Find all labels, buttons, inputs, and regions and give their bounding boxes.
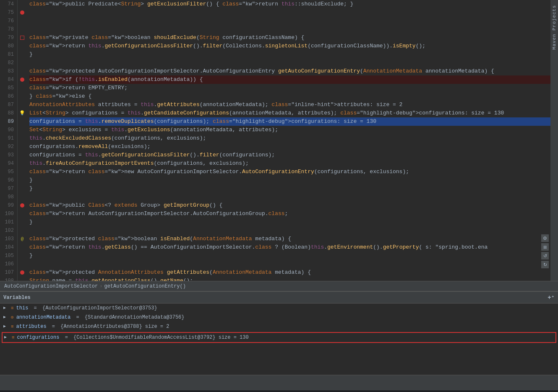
code-line[interactable]: class="kw">return EMPTY_ENTRY;	[29, 84, 558, 92]
code-line[interactable]: AnnotationAttributes attributes = this.g…	[29, 101, 558, 109]
gutter-row[interactable]	[18, 117, 27, 126]
gutter-row[interactable]	[18, 260, 27, 268]
gutter-row[interactable]	[18, 252, 27, 260]
gutter-row[interactable]	[18, 168, 27, 176]
gutter-row[interactable]	[18, 42, 27, 50]
expand-arrow[interactable]: ▶	[3, 304, 8, 313]
code-line[interactable]: }	[29, 218, 558, 226]
variable-item[interactable]: ▶ ⊙ annotationMetadata = {StandardAnnota…	[0, 313, 558, 322]
variable-item[interactable]: ▶ ≡ this = {AutoConfigurationImportSelec…	[0, 304, 558, 313]
expand-arrow[interactable]: ▶	[3, 313, 8, 322]
gutter-row[interactable]	[18, 50, 27, 59]
code-line[interactable]	[29, 260, 558, 268]
gutter-row[interactable]	[18, 92, 27, 101]
code-line[interactable]: class="kw">return this.getClass() == Aut…	[29, 243, 558, 252]
code-line[interactable]: class="kw">private class="kw">boolean sh…	[29, 34, 558, 42]
gutter-row[interactable]: @	[18, 235, 27, 243]
code-line[interactable]: class="kw">public Predicate<String> getE…	[29, 0, 558, 8]
variables-plus-icon[interactable]: +⁺	[548, 294, 555, 301]
code-line[interactable]: class="kw">protected AnnotationAttribute…	[29, 268, 558, 277]
gutter-row[interactable]	[18, 159, 27, 168]
code-line[interactable]: class="kw">return class="kw">new AutoCon…	[29, 168, 558, 176]
restore-button[interactable]: ↺	[541, 252, 549, 260]
refresh-button[interactable]: ↻	[541, 261, 549, 268]
gutter-row[interactable]	[18, 176, 27, 184]
breadcrumb-class[interactable]: AutoConfigurationImportSelector	[4, 283, 98, 289]
gutter-row[interactable]	[18, 134, 27, 143]
var-list-icon: ⊙	[11, 313, 14, 322]
maven-sidebar[interactable]: Maven Projects	[550, 0, 558, 281]
editor-container: 7475767879808182838485868788899091929394…	[0, 0, 558, 392]
gutter-row[interactable]	[18, 84, 27, 92]
code-line[interactable]: }	[29, 252, 558, 260]
gutter-row[interactable]	[18, 193, 27, 201]
breakpoint-icon[interactable]	[20, 203, 24, 208]
breakpoint-icon[interactable]	[20, 10, 24, 15]
variable-item[interactable]: ▶ ≡ attributes = {AnnotationAttributes@3…	[0, 322, 558, 331]
code-line[interactable]: class="kw">return AutoConfigurationImpor…	[29, 210, 558, 218]
breakpoint-icon[interactable]	[20, 78, 24, 82]
line-numbers-column: 7475767879808182838485868788899091929394…	[0, 0, 18, 281]
gutter-row[interactable]	[18, 126, 27, 134]
var-eq: =	[49, 322, 58, 331]
code-line[interactable]	[29, 226, 558, 235]
gutter-row[interactable]	[18, 184, 27, 193]
breadcrumb-method[interactable]: getAutoConfigurationEntry()	[104, 283, 185, 289]
gutter-row[interactable]	[18, 218, 27, 226]
code-line[interactable]	[29, 59, 558, 67]
gutter-row[interactable]	[18, 210, 27, 218]
code-line[interactable]: class="kw">if (!this.isEnabled(annotatio…	[29, 75, 558, 84]
gutter-row[interactable]	[18, 143, 27, 151]
gutter-row[interactable]	[18, 277, 27, 281]
code-line[interactable]: configurations.removeAll(exclusions);	[29, 143, 558, 151]
code-line[interactable]: class="kw">public Class<? extends Group>…	[29, 201, 558, 210]
gutter-row[interactable]	[18, 67, 27, 75]
gutter-row[interactable]	[18, 201, 27, 210]
code-line[interactable]: } class="kw">else {	[29, 92, 558, 101]
code-line[interactable]	[29, 17, 558, 25]
gutter-row[interactable]	[18, 75, 27, 84]
code-lines: class="kw">public Predicate<String> getE…	[27, 0, 558, 281]
code-line[interactable]: class="kw">protected AutoConfigurationIm…	[29, 67, 558, 75]
gutter-row[interactable]	[18, 268, 27, 277]
code-line[interactable]	[29, 8, 558, 17]
code-line[interactable]: this.checkExcludedClasses(configurations…	[29, 134, 558, 143]
code-content[interactable]: class="kw">public Predicate<String> getE…	[27, 0, 558, 281]
expand-arrow[interactable]: ▶	[3, 322, 8, 331]
code-line[interactable]: class="kw">protected class="kw">boolean …	[29, 235, 558, 243]
variables-content[interactable]: ▶ ≡ this = {AutoConfigurationImportSelec…	[0, 304, 558, 375]
expand-arrow[interactable]: ▶	[4, 333, 9, 342]
gutter-row[interactable]	[18, 17, 27, 25]
gutter-row[interactable]	[18, 226, 27, 235]
annotation-marker-icon: @	[21, 235, 24, 243]
gutter-row[interactable]	[18, 151, 27, 159]
gutter-row[interactable]	[18, 8, 27, 17]
gutter-row[interactable]	[18, 59, 27, 67]
gutter-row[interactable]	[18, 34, 27, 42]
settings-button[interactable]: ⚙	[541, 234, 549, 242]
code-line[interactable]: configurations = this.removeDuplicates(c…	[29, 117, 558, 126]
var-list-icon: ≡	[11, 322, 14, 331]
code-line[interactable]: String name = this.getAnnotationClass().…	[29, 277, 558, 281]
gutter-row[interactable]	[18, 243, 27, 252]
code-line[interactable]: List<String> configurations = this.getCa…	[29, 109, 558, 117]
code-editor[interactable]: 7475767879808182838485868788899091929394…	[0, 0, 558, 281]
code-line[interactable]: }	[29, 184, 558, 193]
gutter-row[interactable]: 💡	[18, 109, 27, 117]
code-line[interactable]: Set<String> exclusions = this.getExclusi…	[29, 126, 558, 134]
gutter-column: 💡@	[18, 0, 27, 281]
gutter-row[interactable]	[18, 101, 27, 109]
gutter-row[interactable]	[18, 25, 27, 34]
gutter-row[interactable]	[18, 0, 27, 8]
code-line[interactable]	[29, 193, 558, 201]
code-line[interactable]: }	[29, 50, 558, 59]
code-line[interactable]: class="kw">return this.getConfigurationC…	[29, 42, 558, 50]
breakpoint-icon[interactable]	[20, 270, 24, 275]
layout-button[interactable]: ⊞	[541, 243, 549, 251]
variable-item[interactable]: ▶ ≡ configurations = {Collections$Unmodi…	[2, 332, 556, 343]
code-line[interactable]	[29, 25, 558, 34]
code-line[interactable]: configurations = this.getConfigurationCl…	[29, 151, 558, 159]
code-line[interactable]: }	[29, 176, 558, 184]
code-line[interactable]: this.fireAutoConfigurationImportEvents(c…	[29, 159, 558, 168]
var-name: configurations	[17, 333, 60, 342]
